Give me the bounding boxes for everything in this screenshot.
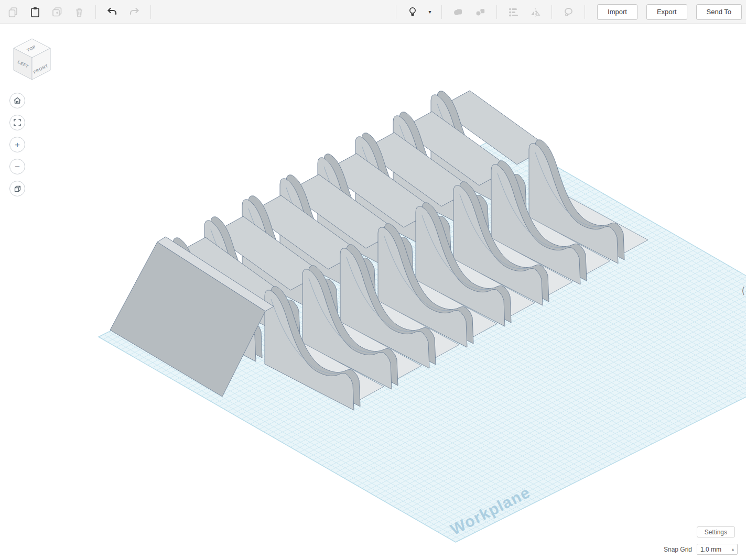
copy-button[interactable] xyxy=(4,3,22,21)
paste-button[interactable] xyxy=(26,3,44,21)
paste-icon xyxy=(29,6,41,18)
ungroup-icon xyxy=(474,6,486,18)
orthographic-view-icon xyxy=(13,184,22,193)
group-button[interactable] xyxy=(449,3,467,21)
mirror-icon-button[interactable] xyxy=(526,3,544,21)
snap-grid-label: Snap Grid xyxy=(664,546,692,553)
notes-button[interactable] xyxy=(559,3,577,21)
align-icon xyxy=(507,6,520,18)
snap-grid-bar: Snap Grid 1.0 mm ▴ xyxy=(664,544,738,555)
home-icon xyxy=(13,96,22,105)
zoom-out-button[interactable]: − xyxy=(9,159,25,174)
view-cube[interactable]: TOP LEFT FRONT xyxy=(8,35,57,87)
redo-icon xyxy=(128,6,140,18)
viewport-scene[interactable]: Workplane xyxy=(0,0,746,560)
panel-collapse-handle[interactable]: ⟨ xyxy=(741,285,745,297)
toolbar-separator xyxy=(441,5,442,19)
settings-button[interactable]: Settings xyxy=(697,526,735,537)
zoom-in-glyph: + xyxy=(15,140,20,149)
snap-grid-select[interactable]: 1.0 mm ▴ xyxy=(697,544,738,555)
copy-icon xyxy=(7,6,19,18)
fit-view-icon xyxy=(13,118,22,127)
home-view-button[interactable] xyxy=(9,93,25,108)
toolbar-separator xyxy=(396,5,396,19)
show-all-button[interactable] xyxy=(404,3,421,21)
send-to-button[interactable]: Send To xyxy=(696,4,742,20)
ungroup-button[interactable] xyxy=(471,3,489,21)
mirror-icon xyxy=(529,6,542,18)
top-toolbar: ▾ xyxy=(0,0,746,24)
toolbar-left-group xyxy=(4,3,154,21)
snap-grid-value: 1.0 mm xyxy=(700,546,721,553)
undo-icon xyxy=(106,6,118,18)
show-all-dropdown-caret[interactable]: ▾ xyxy=(426,3,434,21)
duplicate-button[interactable] xyxy=(48,3,66,21)
duplicate-icon xyxy=(51,6,63,18)
import-button[interactable]: Import xyxy=(597,4,637,20)
toolbar-separator xyxy=(496,5,497,19)
snap-grid-caret-icon: ▴ xyxy=(732,547,734,552)
align-button[interactable] xyxy=(504,3,522,21)
toolbar-right-group: ▾ xyxy=(393,3,742,21)
toolbar-separator xyxy=(585,5,585,19)
export-button[interactable]: Export xyxy=(646,4,687,20)
tinkercad-app: ▾ xyxy=(0,0,746,560)
redo-button[interactable] xyxy=(125,3,143,21)
zoom-in-button[interactable]: + xyxy=(9,137,25,152)
fit-view-button[interactable] xyxy=(9,115,25,130)
delete-button[interactable] xyxy=(70,3,88,21)
notes-icon xyxy=(562,6,575,18)
toolbar-separator xyxy=(150,5,151,19)
toolbar-separator xyxy=(95,5,96,19)
toolbar-separator xyxy=(552,5,552,19)
trash-icon xyxy=(73,6,85,18)
group-icon xyxy=(452,6,464,18)
perspective-toggle-button[interactable] xyxy=(9,181,25,196)
light-bulb-icon xyxy=(406,6,419,18)
view-nav-column: + − xyxy=(9,93,25,196)
undo-button[interactable] xyxy=(103,3,121,21)
zoom-out-glyph: − xyxy=(15,162,20,171)
